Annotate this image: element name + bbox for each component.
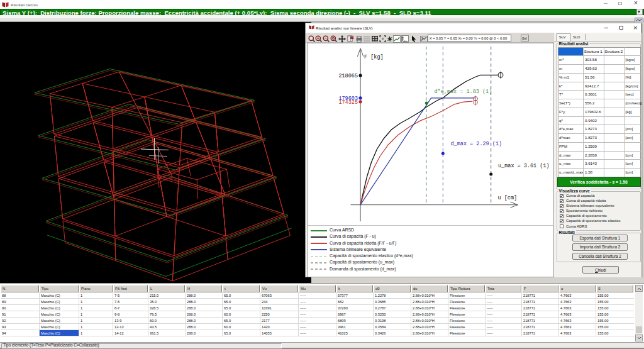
svg-text:F [kg]: F [kg]: [364, 54, 384, 60]
svg-text:d*e,max = 1.83 (1): d*e,max = 1.83 (1): [434, 89, 492, 95]
svg-text:d_max = 2.29 (1): d_max = 2.29 (1): [450, 141, 502, 147]
svg-text:u_max = 3.61 (1): u_max = 3.61 (1): [498, 163, 550, 169]
svg-text:218065: 218065: [338, 73, 358, 79]
svg-text:174325: 174325: [338, 99, 358, 106]
svg-text:u [cm]: u [cm]: [497, 195, 517, 201]
